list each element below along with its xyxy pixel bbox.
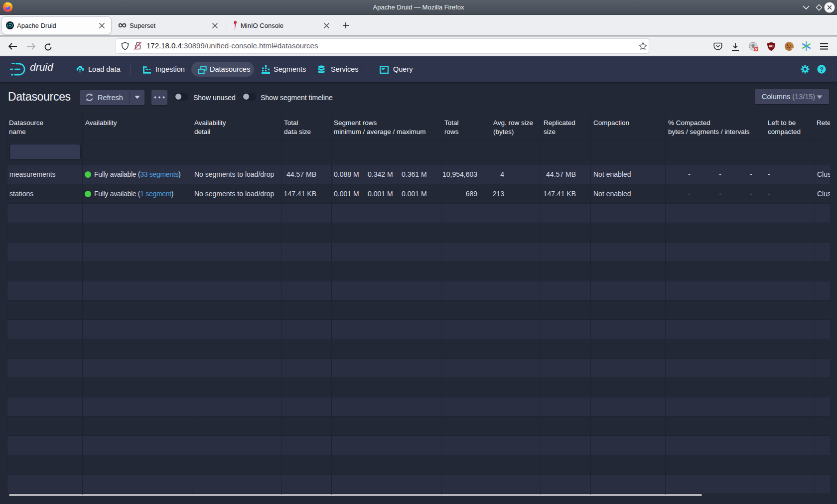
- svg-text:uO: uO: [769, 44, 773, 48]
- svg-text:?: ?: [820, 66, 824, 73]
